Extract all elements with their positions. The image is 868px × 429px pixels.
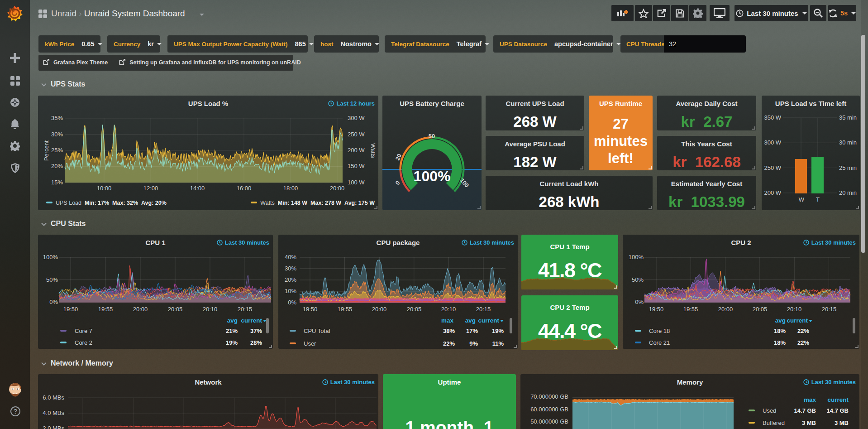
svg-text:50: 50 [429, 133, 435, 140]
